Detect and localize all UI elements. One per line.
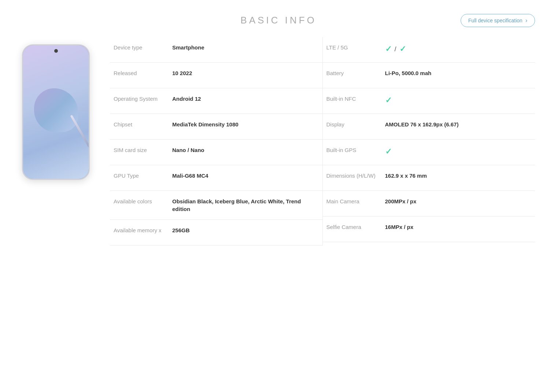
full-spec-label: Full device specification bbox=[468, 18, 523, 23]
spec-row-right-1: BatteryLi-Po, 5000.0 mah bbox=[323, 63, 535, 88]
spec-row-left-2: Operating SystemAndroid 12 bbox=[110, 88, 322, 114]
spec-value-left-5: Mali-G68 MC4 bbox=[172, 172, 315, 180]
spec-row-left-4: SIM card sizeNano / Nano bbox=[110, 140, 322, 165]
spec-row-right-0: LTE / 5G✓ / ✓ bbox=[323, 37, 535, 63]
spec-label-right-6: Main Camera bbox=[327, 197, 385, 205]
main-content: Device typeSmartphoneReleased10 2022Oper… bbox=[22, 37, 535, 245]
spec-row-left-5: GPU TypeMali-G68 MC4 bbox=[110, 165, 322, 191]
spec-row-right-7: Selfie Camera16MPx / px bbox=[323, 217, 535, 242]
check-lte-icon: ✓ bbox=[385, 44, 392, 55]
chevron-right-icon: › bbox=[525, 17, 527, 24]
spec-label-right-1: Battery bbox=[327, 69, 385, 77]
spec-label-7: Available memory x bbox=[114, 226, 172, 234]
spec-row-right-2: Built-in NFC✓ bbox=[323, 88, 535, 114]
page-title: BASIC INFO bbox=[240, 15, 316, 26]
spec-label-6: Available colors bbox=[114, 197, 172, 205]
phone-screen bbox=[23, 45, 89, 179]
spec-row-left-1: Released10 2022 bbox=[110, 63, 322, 88]
spec-row-right-3: DisplayAMOLED 76 x 162.9px (6.67) bbox=[323, 114, 535, 140]
spec-value-left-1: 10 2022 bbox=[172, 69, 315, 77]
spec-value-left-3: MediaTek Dimensity 1080 bbox=[172, 121, 315, 128]
spec-label-4: SIM card size bbox=[114, 146, 172, 154]
spec-label-right-3: Display bbox=[327, 121, 385, 128]
full-spec-button[interactable]: Full device specification › bbox=[461, 14, 535, 27]
spec-value-right-0: ✓ / ✓ bbox=[385, 44, 528, 55]
spec-value-right-5: 162.9 x x 76 mm bbox=[385, 172, 528, 180]
spec-row-left-7: Available memory x256GB bbox=[110, 220, 322, 245]
spec-value-left-7: 256GB bbox=[172, 226, 315, 234]
phone-mockup bbox=[22, 44, 90, 180]
spec-label-right-2: Built-in NFC bbox=[327, 95, 385, 103]
spec-value-right-4: ✓ bbox=[385, 146, 528, 158]
check-icon-4: ✓ bbox=[385, 147, 392, 156]
spec-label-right-5: Dimensions (H/L/W) bbox=[327, 172, 385, 180]
spec-label-0: Device type bbox=[114, 44, 172, 51]
spec-label-1: Released bbox=[114, 69, 172, 77]
page-container: BASIC INFO Full device specification › D… bbox=[0, 0, 557, 260]
spec-row-right-5: Dimensions (H/L/W)162.9 x x 76 mm bbox=[323, 165, 535, 191]
spec-value-left-0: Smartphone bbox=[172, 44, 315, 51]
specs-container: Device typeSmartphoneReleased10 2022Oper… bbox=[110, 37, 535, 245]
header: BASIC INFO Full device specification › bbox=[22, 15, 535, 26]
spec-row-right-6: Main Camera200MPx / px bbox=[323, 191, 535, 217]
spec-value-left-6: Obsidian Black, Iceberg Blue, Arctic Whi… bbox=[172, 197, 315, 213]
spec-row-right-4: Built-in GPS✓ bbox=[323, 140, 535, 165]
phone-notch bbox=[54, 49, 58, 53]
spec-value-left-2: Android 12 bbox=[172, 95, 315, 103]
specs-right-column: LTE / 5G✓ / ✓BatteryLi-Po, 5000.0 mahBui… bbox=[323, 37, 535, 245]
spec-label-5: GPU Type bbox=[114, 172, 172, 180]
phone-screen-blob bbox=[34, 88, 78, 132]
check-5g-icon: ✓ bbox=[399, 44, 406, 55]
spec-value-right-1: Li-Po, 5000.0 mah bbox=[385, 69, 528, 77]
spec-label-right-4: Built-in GPS bbox=[327, 146, 385, 154]
spec-label-right-7: Selfie Camera bbox=[327, 223, 385, 231]
spec-row-left-3: ChipsetMediaTek Dimensity 1080 bbox=[110, 114, 322, 140]
spec-value-right-3: AMOLED 76 x 162.9px (6.67) bbox=[385, 121, 528, 128]
spec-row-left-0: Device typeSmartphone bbox=[110, 37, 322, 63]
check-icon-2: ✓ bbox=[385, 96, 392, 105]
spec-value-right-6: 200MPx / px bbox=[385, 197, 528, 205]
spec-row-left-6: Available colorsObsidian Black, Iceberg … bbox=[110, 191, 322, 220]
spec-label-2: Operating System bbox=[114, 95, 172, 103]
spec-label-3: Chipset bbox=[114, 121, 172, 128]
spec-label-right-0: LTE / 5G bbox=[327, 44, 385, 51]
spec-value-left-4: Nano / Nano bbox=[172, 146, 315, 154]
spec-value-right-7: 16MPx / px bbox=[385, 223, 528, 231]
phone-stylus bbox=[70, 115, 90, 148]
phone-image-container bbox=[22, 44, 95, 180]
spec-value-right-2: ✓ bbox=[385, 95, 528, 106]
specs-left-column: Device typeSmartphoneReleased10 2022Oper… bbox=[110, 37, 323, 245]
